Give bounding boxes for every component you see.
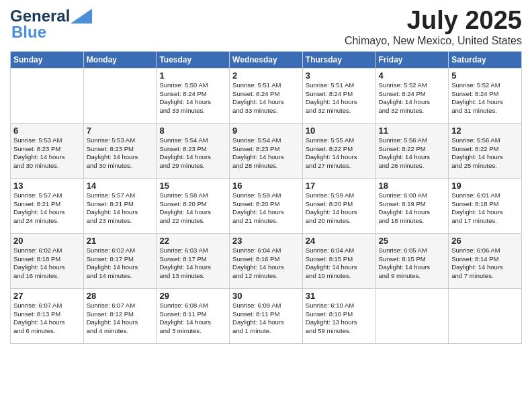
day-number: 9	[232, 126, 300, 136]
day-info: Sunrise: 6:10 AM Sunset: 8:10 PM Dayligh…	[306, 302, 373, 336]
calendar-cell: 8Sunrise: 5:54 AM Sunset: 8:23 PM Daylig…	[157, 123, 230, 178]
day-number: 7	[87, 126, 154, 136]
calendar-cell: 12Sunrise: 5:56 AM Sunset: 8:22 PM Dayli…	[449, 123, 522, 178]
day-number: 4	[379, 71, 446, 81]
calendar-cell: 7Sunrise: 5:53 AM Sunset: 8:23 PM Daylig…	[83, 123, 157, 178]
month-title: July 2025	[345, 7, 522, 35]
day-number: 12	[451, 126, 519, 136]
day-number: 13	[13, 181, 81, 191]
calendar-cell: 31Sunrise: 6:10 AM Sunset: 8:10 PM Dayli…	[302, 288, 375, 343]
calendar-cell	[449, 288, 522, 343]
calendar-cell: 9Sunrise: 5:54 AM Sunset: 8:23 PM Daylig…	[230, 123, 303, 178]
calendar-cell: 27Sunrise: 6:07 AM Sunset: 8:13 PM Dayli…	[11, 288, 84, 343]
calendar-cell: 6Sunrise: 5:53 AM Sunset: 8:23 PM Daylig…	[11, 123, 84, 178]
day-number: 17	[306, 181, 373, 191]
day-number: 15	[159, 181, 226, 191]
day-info: Sunrise: 5:57 AM Sunset: 8:21 PM Dayligh…	[87, 191, 154, 226]
day-number: 20	[13, 236, 81, 246]
calendar-cell: 3Sunrise: 5:51 AM Sunset: 8:24 PM Daylig…	[302, 68, 375, 123]
day-info: Sunrise: 5:59 AM Sunset: 8:20 PM Dayligh…	[306, 191, 373, 226]
day-info: Sunrise: 5:55 AM Sunset: 8:22 PM Dayligh…	[306, 136, 373, 171]
day-info: Sunrise: 6:05 AM Sunset: 8:15 PM Dayligh…	[379, 246, 446, 281]
calendar-cell: 28Sunrise: 6:07 AM Sunset: 8:12 PM Dayli…	[83, 288, 157, 343]
day-number: 21	[87, 236, 154, 246]
weekday-header-saturday: Saturday	[449, 51, 522, 68]
calendar-cell: 10Sunrise: 5:55 AM Sunset: 8:22 PM Dayli…	[302, 123, 375, 178]
calendar-week-row: 13Sunrise: 5:57 AM Sunset: 8:21 PM Dayli…	[11, 178, 522, 233]
day-info: Sunrise: 6:09 AM Sunset: 8:11 PM Dayligh…	[232, 302, 300, 336]
calendar-cell: 29Sunrise: 6:08 AM Sunset: 8:11 PM Dayli…	[157, 288, 230, 343]
day-info: Sunrise: 6:07 AM Sunset: 8:12 PM Dayligh…	[87, 302, 154, 336]
logo-icon	[71, 6, 92, 24]
weekday-header-tuesday: Tuesday	[157, 51, 230, 68]
logo-text-blue: Blue	[11, 23, 46, 42]
day-number: 19	[451, 181, 519, 191]
calendar-cell: 5Sunrise: 5:52 AM Sunset: 8:24 PM Daylig…	[449, 68, 522, 123]
calendar-cell: 4Sunrise: 5:52 AM Sunset: 8:24 PM Daylig…	[375, 68, 449, 123]
day-number: 5	[451, 71, 519, 81]
calendar-week-row: 27Sunrise: 6:07 AM Sunset: 8:13 PM Dayli…	[11, 288, 522, 343]
day-number: 31	[306, 291, 373, 301]
day-info: Sunrise: 5:54 AM Sunset: 8:23 PM Dayligh…	[232, 136, 300, 171]
day-number: 1	[159, 71, 226, 81]
day-number: 16	[232, 181, 300, 191]
day-info: Sunrise: 6:00 AM Sunset: 8:19 PM Dayligh…	[379, 191, 446, 226]
calendar-cell: 19Sunrise: 6:01 AM Sunset: 8:18 PM Dayli…	[449, 178, 522, 233]
day-info: Sunrise: 5:51 AM Sunset: 8:24 PM Dayligh…	[306, 81, 373, 116]
svg-marker-0	[71, 9, 92, 24]
calendar-cell	[11, 68, 84, 123]
calendar-cell: 20Sunrise: 6:02 AM Sunset: 8:18 PM Dayli…	[11, 233, 84, 288]
day-info: Sunrise: 6:02 AM Sunset: 8:17 PM Dayligh…	[87, 246, 154, 281]
day-info: Sunrise: 5:58 AM Sunset: 8:20 PM Dayligh…	[159, 191, 226, 226]
title-area: July 2025 Chimayo, New Mexico, United St…	[345, 7, 522, 47]
day-info: Sunrise: 5:56 AM Sunset: 8:22 PM Dayligh…	[451, 136, 519, 171]
day-number: 10	[306, 126, 373, 136]
calendar-cell	[375, 288, 449, 343]
weekday-header-sunday: Sunday	[11, 51, 84, 68]
calendar-cell: 14Sunrise: 5:57 AM Sunset: 8:21 PM Dayli…	[83, 178, 157, 233]
day-info: Sunrise: 6:07 AM Sunset: 8:13 PM Dayligh…	[13, 302, 81, 336]
weekday-header-friday: Friday	[375, 51, 449, 68]
calendar-cell: 16Sunrise: 5:59 AM Sunset: 8:20 PM Dayli…	[230, 178, 303, 233]
calendar-cell: 25Sunrise: 6:05 AM Sunset: 8:15 PM Dayli…	[375, 233, 449, 288]
weekday-header-wednesday: Wednesday	[230, 51, 303, 68]
day-info: Sunrise: 6:03 AM Sunset: 8:17 PM Dayligh…	[159, 246, 226, 281]
day-number: 2	[232, 71, 300, 81]
day-number: 29	[159, 291, 226, 301]
calendar-cell: 13Sunrise: 5:57 AM Sunset: 8:21 PM Dayli…	[11, 178, 84, 233]
calendar-cell: 15Sunrise: 5:58 AM Sunset: 8:20 PM Dayli…	[157, 178, 230, 233]
day-info: Sunrise: 6:04 AM Sunset: 8:16 PM Dayligh…	[232, 246, 300, 281]
weekday-header-monday: Monday	[83, 51, 157, 68]
day-info: Sunrise: 5:50 AM Sunset: 8:24 PM Dayligh…	[159, 81, 226, 116]
weekday-header-row: SundayMondayTuesdayWednesdayThursdayFrid…	[11, 51, 522, 68]
day-info: Sunrise: 6:06 AM Sunset: 8:14 PM Dayligh…	[451, 246, 519, 281]
day-info: Sunrise: 5:52 AM Sunset: 8:24 PM Dayligh…	[451, 81, 519, 116]
calendar-cell: 23Sunrise: 6:04 AM Sunset: 8:16 PM Dayli…	[230, 233, 303, 288]
day-info: Sunrise: 5:57 AM Sunset: 8:21 PM Dayligh…	[13, 191, 81, 226]
calendar-cell: 1Sunrise: 5:50 AM Sunset: 8:24 PM Daylig…	[157, 68, 230, 123]
weekday-header-thursday: Thursday	[302, 51, 375, 68]
calendar-cell: 26Sunrise: 6:06 AM Sunset: 8:14 PM Dayli…	[449, 233, 522, 288]
day-info: Sunrise: 5:53 AM Sunset: 8:23 PM Dayligh…	[13, 136, 81, 171]
day-number: 6	[13, 126, 81, 136]
day-info: Sunrise: 5:53 AM Sunset: 8:23 PM Dayligh…	[87, 136, 154, 171]
day-number: 26	[451, 236, 519, 246]
calendar-cell: 22Sunrise: 6:03 AM Sunset: 8:17 PM Dayli…	[157, 233, 230, 288]
day-info: Sunrise: 6:01 AM Sunset: 8:18 PM Dayligh…	[451, 191, 519, 226]
calendar-cell: 17Sunrise: 5:59 AM Sunset: 8:20 PM Dayli…	[302, 178, 375, 233]
day-number: 8	[159, 126, 226, 136]
day-info: Sunrise: 6:02 AM Sunset: 8:18 PM Dayligh…	[13, 246, 81, 281]
page-header: General Blue July 2025 Chimayo, New Mexi…	[10, 7, 522, 47]
logo: General Blue	[10, 7, 92, 42]
calendar-week-row: 20Sunrise: 6:02 AM Sunset: 8:18 PM Dayli…	[11, 233, 522, 288]
day-info: Sunrise: 5:59 AM Sunset: 8:20 PM Dayligh…	[232, 191, 300, 226]
calendar-cell: 11Sunrise: 5:56 AM Sunset: 8:22 PM Dayli…	[375, 123, 449, 178]
calendar-week-row: 1Sunrise: 5:50 AM Sunset: 8:24 PM Daylig…	[11, 68, 522, 123]
day-number: 23	[232, 236, 300, 246]
day-number: 30	[232, 291, 300, 301]
calendar-cell: 24Sunrise: 6:04 AM Sunset: 8:15 PM Dayli…	[302, 233, 375, 288]
day-info: Sunrise: 5:54 AM Sunset: 8:23 PM Dayligh…	[159, 136, 226, 171]
day-number: 11	[379, 126, 446, 136]
day-number: 3	[306, 71, 373, 81]
location-title: Chimayo, New Mexico, United States	[345, 35, 522, 47]
